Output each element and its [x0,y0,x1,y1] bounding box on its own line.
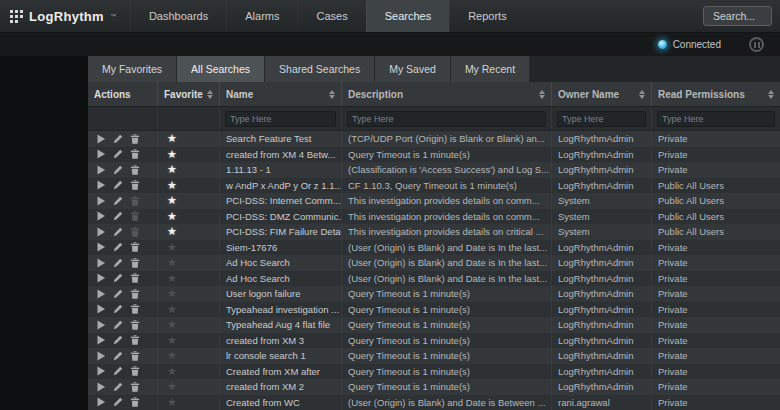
run-search-icon[interactable] [96,134,106,144]
edit-search-icon[interactable] [113,366,123,376]
tab-my-favorites[interactable]: My Favorites [88,56,177,82]
column-header-favorite[interactable]: Favorite [158,82,220,106]
delete-search-icon[interactable] [130,180,140,190]
tab-my-recent[interactable]: My Recent [451,56,530,82]
favorite-star-icon[interactable]: ★ [164,195,177,206]
run-search-icon[interactable] [96,180,106,190]
column-header-read-permissions[interactable]: Read Permissions [652,82,780,106]
delete-search-icon[interactable] [130,149,140,159]
delete-search-icon[interactable] [130,320,140,330]
run-search-icon[interactable] [96,227,106,237]
column-header-name[interactable]: Name [220,82,342,106]
favorite-star-icon[interactable]: ★ [164,226,177,237]
edit-search-icon[interactable] [113,180,123,190]
table-row[interactable]: ★ Typeahead investigation ... Query Time… [88,302,780,318]
run-search-icon[interactable] [96,258,106,268]
delete-search-icon[interactable] [130,289,140,299]
favorite-star-icon[interactable]: ★ [164,381,177,392]
delete-search-icon[interactable] [130,227,140,237]
tab-shared-searches[interactable]: Shared Searches [265,56,375,82]
run-search-icon[interactable] [96,304,106,314]
favorite-star-icon[interactable]: ★ [164,133,177,144]
run-search-icon[interactable] [96,320,106,330]
table-row[interactable]: ★ Ad Hoc Search (User (Origin) is Blank)… [88,271,780,287]
description-filter-input[interactable] [347,111,546,127]
edit-search-icon[interactable] [113,304,123,314]
delete-search-icon[interactable] [130,366,140,376]
table-row[interactable]: ★ PCI-DSS: FIM Failure Detail This inves… [88,224,780,240]
sort-icon[interactable] [768,90,774,99]
run-search-icon[interactable] [96,397,106,407]
tab-all-searches[interactable]: All Searches [177,56,265,82]
table-row[interactable]: ★ created from XM 3 Query Timeout is 1 m… [88,333,780,349]
sort-icon[interactable] [207,90,213,99]
run-search-icon[interactable] [96,211,106,221]
favorite-star-icon[interactable]: ★ [164,304,177,315]
edit-search-icon[interactable] [113,149,123,159]
run-search-icon[interactable] [96,351,106,361]
nav-item-alarms[interactable]: Alarms [226,0,297,32]
nav-item-searches[interactable]: Searches [366,0,449,32]
table-row[interactable]: ★ w AndP x AndP y Or z 1.1... CF 1.10.3,… [88,178,780,194]
table-row[interactable]: ★ Ad Hoc Search (User (Origin) is Blank)… [88,255,780,271]
favorite-star-icon[interactable]: ★ [164,257,177,268]
owner-filter-input[interactable] [557,111,646,127]
edit-search-icon[interactable] [113,351,123,361]
table-row[interactable]: ★ PCI-DSS: Internet Comm... This investi… [88,193,780,209]
delete-search-icon[interactable] [130,382,140,392]
tab-my-saved[interactable]: My Saved [375,56,451,82]
table-row[interactable]: ★ Typeahead Aug 4 flat file Query Timeou… [88,317,780,333]
column-header-owner-name[interactable]: Owner Name [552,82,652,106]
sort-icon[interactable] [329,90,335,99]
table-row[interactable]: ★ Siem-17676 (User (Origin) is Blank) an… [88,240,780,256]
nav-item-reports[interactable]: Reports [449,0,525,32]
favorite-star-icon[interactable]: ★ [164,288,177,299]
run-search-icon[interactable] [96,196,106,206]
favorite-star-icon[interactable]: ★ [164,366,177,377]
permissions-filter-input[interactable] [657,111,775,127]
delete-search-icon[interactable] [130,335,140,345]
edit-search-icon[interactable] [113,289,123,299]
run-search-icon[interactable] [96,366,106,376]
sort-icon[interactable] [539,90,545,99]
delete-search-icon[interactable] [130,304,140,314]
nav-item-dashboards[interactable]: Dashboards [130,0,226,32]
table-row[interactable]: ★ Search Feature Test (TCP/UDP Port (Ori… [88,131,780,147]
run-search-icon[interactable] [96,273,106,283]
favorite-star-icon[interactable]: ★ [164,149,177,160]
edit-search-icon[interactable] [113,335,123,345]
edit-search-icon[interactable] [113,134,123,144]
edit-search-icon[interactable] [113,320,123,330]
table-row[interactable]: ★ Created from WC (User (Origin) is Blan… [88,395,780,410]
delete-search-icon[interactable] [130,242,140,252]
delete-search-icon[interactable] [130,196,140,206]
run-search-icon[interactable] [96,149,106,159]
favorite-star-icon[interactable]: ★ [164,180,177,191]
favorite-star-icon[interactable]: ★ [164,164,177,175]
favorite-star-icon[interactable]: ★ [164,319,177,330]
run-search-icon[interactable] [96,289,106,299]
edit-search-icon[interactable] [113,397,123,407]
delete-search-icon[interactable] [130,258,140,268]
table-row[interactable]: ★ 1.11.13 - 1 (Classification is 'Access… [88,162,780,178]
edit-search-icon[interactable] [113,382,123,392]
favorite-star-icon[interactable]: ★ [164,335,177,346]
sort-icon[interactable] [639,90,645,99]
pause-icon[interactable] [749,37,764,52]
favorite-star-icon[interactable]: ★ [164,273,177,284]
edit-search-icon[interactable] [113,258,123,268]
name-filter-input[interactable] [225,111,336,127]
table-row[interactable]: ★ created from XM 4 Betw... Query Timeou… [88,147,780,163]
global-search-button[interactable]: Search... [703,6,772,26]
edit-search-icon[interactable] [113,273,123,283]
table-row[interactable]: ★ created from XM 2 Query Timeout is 1 m… [88,379,780,395]
delete-search-icon[interactable] [130,397,140,407]
delete-search-icon[interactable] [130,165,140,175]
edit-search-icon[interactable] [113,227,123,237]
logrhythm-logo[interactable]: LogRhythm ™ [0,0,130,32]
delete-search-icon[interactable] [130,273,140,283]
delete-search-icon[interactable] [130,134,140,144]
favorite-star-icon[interactable]: ★ [164,211,177,222]
favorite-star-icon[interactable]: ★ [164,397,177,408]
edit-search-icon[interactable] [113,165,123,175]
